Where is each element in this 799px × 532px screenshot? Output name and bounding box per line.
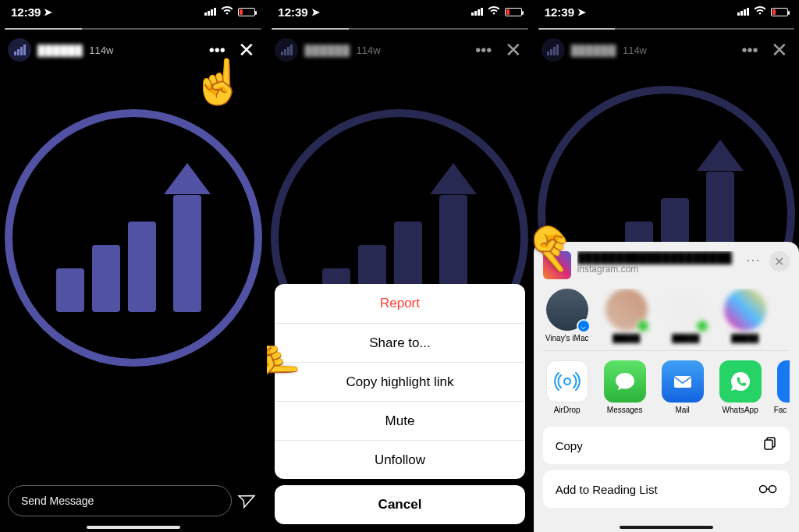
clock: 12:39	[278, 5, 307, 19]
story-content[interactable]	[5, 109, 262, 367]
airdrop-badge-icon: ⌵	[577, 319, 591, 333]
messages-badge-icon	[695, 319, 709, 333]
share-app-label: Fac	[774, 406, 790, 414]
facebook-icon	[777, 360, 790, 403]
share-title-label: ████████████████████	[577, 251, 740, 264]
share-action-copy[interactable]: Copy	[543, 427, 790, 464]
location-icon: ➤	[311, 6, 320, 18]
phone-screen-3: 12:39 ➤ ██████ 114w ••• ✕	[533, 0, 799, 532]
svg-point-0	[564, 378, 570, 385]
home-indicator[interactable]	[620, 526, 713, 529]
story-header: ██████ 114w ••• ✕	[0, 33, 266, 67]
location-icon: ➤	[44, 6, 52, 18]
whatsapp-icon	[719, 360, 762, 403]
share-apps-row: AirDrop Messages Mail WhatsApp	[543, 350, 790, 422]
action-unfollow[interactable]: Unfollow	[275, 440, 524, 479]
copy-icon	[763, 437, 777, 455]
more-options-button[interactable]: •••	[205, 38, 229, 62]
contact-item[interactable]: █████	[721, 289, 769, 342]
account-avatar[interactable]	[275, 38, 298, 62]
home-indicator[interactable]	[353, 526, 446, 529]
share-contacts-row: ⌵ Vinay's iMac █████ █████ █████	[543, 289, 790, 350]
share-more-icon[interactable]: ⋯	[746, 251, 760, 268]
phone-screen-1: 12:39 ➤ ██████ 114w ••• ✕	[0, 0, 266, 532]
messages-icon	[604, 360, 646, 403]
glasses-icon	[758, 481, 777, 498]
messages-badge-icon	[636, 319, 650, 333]
statusbar: 12:39 ➤	[0, 0, 266, 23]
wifi-icon	[221, 5, 233, 18]
statusbar: 12:39 ➤	[267, 0, 532, 23]
svg-rect-1	[674, 376, 691, 388]
svg-rect-3	[765, 440, 772, 449]
signal-icon	[471, 8, 483, 16]
username-label[interactable]: ██████	[571, 44, 616, 56]
username-label[interactable]: ██████	[37, 44, 83, 56]
home-indicator[interactable]	[87, 526, 180, 529]
wifi-icon	[488, 5, 500, 18]
more-options-button[interactable]: •••	[738, 38, 762, 62]
chart-bars-icon	[14, 44, 26, 55]
signal-icon	[737, 8, 749, 16]
send-message-placeholder: Send Message	[21, 495, 94, 507]
story-header: ██████ 114w ••• ✕	[534, 33, 799, 67]
action-mute[interactable]: Mute	[275, 401, 524, 440]
contact-airdrop-imac[interactable]: ⌵ Vinay's iMac	[543, 289, 591, 342]
share-actions-list: Copy Add to Reading List	[543, 427, 790, 508]
battery-low-icon	[238, 8, 255, 16]
share-app-whatsapp[interactable]: WhatsApp	[716, 360, 765, 414]
story-progress-bar	[272, 28, 527, 30]
send-icon[interactable]	[236, 486, 262, 515]
share-app-label: WhatsApp	[716, 406, 765, 414]
share-action-label: Copy	[556, 439, 583, 452]
chart-bars-icon	[281, 44, 293, 55]
location-icon: ➤	[577, 6, 586, 18]
close-button[interactable]: ✕	[768, 38, 791, 62]
contact-name-label: █████	[602, 334, 651, 342]
statusbar: 12:39 ➤	[534, 0, 799, 23]
contact-name-label: Vinay's iMac	[543, 334, 591, 342]
close-button[interactable]: ✕	[235, 38, 258, 62]
share-action-label: Add to Reading List	[556, 483, 658, 496]
share-subtitle-label: instagram.com	[577, 264, 740, 275]
contact-item[interactable]: █████	[602, 289, 651, 342]
action-share-to[interactable]: Share to...	[275, 323, 524, 362]
share-app-facebook[interactable]: Fac	[774, 360, 790, 414]
story-header: ██████ 114w ••• ✕	[267, 33, 532, 67]
share-app-label: Mail	[659, 406, 707, 414]
time-ago-label: 114w	[623, 44, 647, 56]
contact-item[interactable]: █████	[662, 289, 710, 342]
action-sheet: Report Share to... Copy highlight link M…	[275, 284, 524, 524]
share-app-airdrop[interactable]: AirDrop	[543, 360, 591, 414]
more-options-button[interactable]: •••	[472, 38, 495, 62]
action-report[interactable]: Report	[275, 284, 524, 323]
share-close-button[interactable]: ✕	[769, 251, 790, 271]
svg-point-4	[759, 485, 766, 492]
account-avatar[interactable]	[8, 38, 31, 62]
time-ago-label: 114w	[357, 44, 381, 56]
close-button[interactable]: ✕	[502, 38, 525, 62]
share-app-label: Messages	[601, 406, 649, 414]
share-app-mail[interactable]: Mail	[659, 360, 707, 414]
share-app-messages[interactable]: Messages	[601, 360, 649, 414]
phone-screen-2: 12:39 ➤ ██████ 114w ••• ✕	[266, 0, 532, 532]
wifi-icon	[754, 5, 766, 18]
share-sheet: ████████████████████ instagram.com ⋯ ✕ ⌵…	[534, 242, 799, 532]
battery-low-icon	[505, 8, 522, 16]
chart-bars-icon	[547, 44, 559, 55]
battery-low-icon	[771, 8, 788, 16]
clock: 12:39	[545, 5, 574, 19]
action-cancel[interactable]: Cancel	[275, 485, 524, 524]
airdrop-icon	[546, 360, 588, 403]
story-image-circle	[5, 109, 262, 367]
share-app-label: AirDrop	[543, 406, 591, 414]
story-progress-bar	[538, 28, 794, 30]
send-message-input[interactable]: Send Message	[8, 485, 232, 516]
share-thumbnail-icon	[543, 251, 571, 279]
share-action-reading-list[interactable]: Add to Reading List	[543, 470, 790, 508]
account-avatar[interactable]	[542, 38, 565, 62]
clock: 12:39	[11, 5, 41, 19]
signal-icon	[204, 8, 216, 16]
action-copy-highlight-link[interactable]: Copy highlight link	[275, 362, 524, 401]
username-label[interactable]: ██████	[304, 44, 350, 56]
